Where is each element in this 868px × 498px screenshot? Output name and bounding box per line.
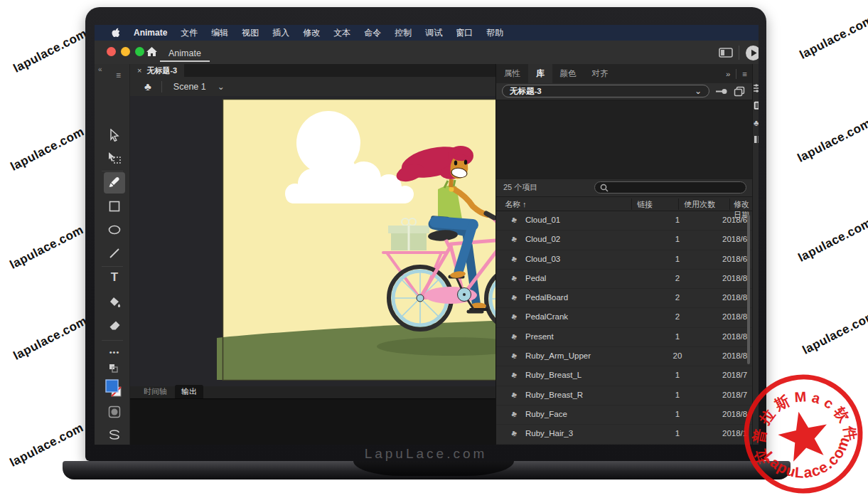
graphic-symbol-icon: ♣	[510, 272, 518, 284]
quick-share-play-button[interactable]	[745, 45, 759, 61]
library-item-row[interactable]: ♣Ruby_Arm_Upper202018/8	[496, 347, 753, 366]
apple-menu-icon[interactable]	[112, 28, 120, 38]
menu-item-5[interactable]: 文本	[333, 27, 350, 39]
library-document-select[interactable]: 无标题-3 ⌄	[502, 85, 709, 97]
panel-menu-icon[interactable]: ≡	[742, 70, 747, 78]
panel-overflow-icon[interactable]: »	[726, 70, 730, 78]
minimize-traffic-light[interactable]	[121, 47, 130, 56]
align-dock-icon[interactable]	[754, 135, 759, 144]
stage-artwork[interactable]	[194, 99, 495, 381]
item-use-count: 1	[667, 429, 688, 438]
menu-item-9[interactable]: 窗口	[456, 27, 473, 39]
document-tab[interactable]: ×无标题-3	[130, 64, 184, 77]
home-icon[interactable]	[146, 46, 158, 57]
zoom-traffic-light[interactable]	[135, 47, 144, 56]
object-drawing-mode-icon[interactable]	[104, 401, 125, 423]
item-use-count: 2	[667, 312, 688, 321]
scene-clover-icon[interactable]: ♣	[144, 80, 151, 92]
menu-item-6[interactable]: 命令	[364, 27, 381, 39]
library-dock-icon[interactable]	[754, 101, 759, 110]
item-use-count: 1	[667, 371, 688, 379]
line-tool[interactable]	[104, 243, 125, 264]
menu-item-10[interactable]: 帮助	[486, 27, 503, 39]
library-item-list: ♣Cloud_0112018/6♣Cloud_0212018/6♣Cloud_0…	[496, 211, 753, 445]
library-item-row[interactable]: ♣Present12018/8	[496, 328, 753, 347]
library-search-field[interactable]	[594, 181, 746, 194]
menu-item-1[interactable]: 编辑	[211, 27, 228, 39]
column-divider[interactable]	[729, 198, 730, 210]
rail-menu-icon[interactable]: ≡	[116, 70, 121, 80]
panel-tab-0[interactable]: 属性	[496, 64, 528, 83]
close-traffic-light[interactable]	[107, 47, 116, 56]
sliders-panel-icon[interactable]	[754, 84, 759, 92]
close-document-icon[interactable]: ×	[137, 66, 141, 75]
library-document-value: 无标题-3	[510, 87, 542, 95]
library-scrollbar-thumb[interactable]	[747, 215, 750, 364]
bottom-tab-1[interactable]: 输出	[175, 385, 203, 398]
macbook-base-notch	[353, 461, 514, 476]
text-tool[interactable]: T	[104, 267, 125, 288]
menu-item-7[interactable]: 控制	[395, 27, 412, 39]
library-item-row[interactable]: ♣Cloud_0212018/6	[496, 231, 753, 250]
fill-color-chip[interactable]	[104, 377, 125, 400]
brush-tool[interactable]	[104, 172, 125, 194]
collapse-panel-icon[interactable]: «	[98, 65, 102, 73]
library-item-row[interactable]: ♣Ruby_Hair_312018/1	[496, 425, 753, 444]
menu-item-2[interactable]: 视图	[242, 27, 259, 39]
dropdown-chevron-icon: ⌄	[695, 85, 702, 97]
panel-tab-1[interactable]: 库	[528, 64, 552, 83]
library-item-row[interactable]: ♣Pedal22018/8	[496, 270, 753, 289]
pin-library-icon[interactable]	[715, 88, 728, 95]
watermark-text: lapulace.com	[11, 314, 90, 363]
stage-pasteboard[interactable]	[130, 96, 495, 386]
symbols-dock-icon[interactable]: ♣	[754, 118, 759, 128]
column-divider[interactable]	[678, 198, 679, 210]
document-title: 无标题-3	[146, 66, 177, 75]
library-column-headers: 名称 ↑ 链接 使用次数 修改日期	[496, 196, 753, 211]
new-library-panel-icon[interactable]	[734, 86, 745, 97]
column-divider[interactable]	[631, 198, 632, 210]
bottom-tab-0[interactable]: 时间轴	[137, 385, 173, 398]
scene-label[interactable]: Scene 1	[173, 82, 206, 92]
subselection-transform-tool[interactable]	[104, 147, 125, 169]
window-tab-bar: Animate	[95, 41, 759, 64]
library-item-row[interactable]: ♣PedalBoard22018/8	[496, 289, 753, 308]
menu-item-4[interactable]: 修改	[303, 27, 320, 39]
item-use-count: 2	[667, 293, 688, 302]
column-use-count[interactable]: 使用次数	[684, 199, 715, 210]
tab-animate-home[interactable]: Animate	[160, 45, 210, 62]
column-name[interactable]: 名称 ↑	[505, 199, 527, 210]
paint-bucket-tool[interactable]	[104, 291, 125, 312]
menu-item-3[interactable]: 插入	[272, 27, 289, 39]
panel-tab-2[interactable]: 颜色	[552, 64, 584, 83]
rectangle-tool[interactable]	[104, 196, 125, 217]
snap-to-objects-icon[interactable]	[104, 425, 125, 445]
watermark-text: lapulace.com	[796, 216, 868, 265]
column-linkage[interactable]: 链接	[637, 199, 653, 210]
menu-item-0[interactable]: 文件	[181, 27, 198, 39]
tools-panel: « ≡ T	[95, 64, 130, 445]
scene-chevron-down-icon[interactable]: ⌄	[218, 82, 225, 92]
more-tools-icon[interactable]: •••	[104, 341, 125, 363]
watermark-text: lapulace.com	[8, 223, 86, 272]
library-item-row[interactable]: ♣Cloud_0312018/6	[496, 250, 753, 270]
menu-item-8[interactable]: 调试	[425, 27, 442, 39]
laptop-brand-text: LapuLace.com	[85, 446, 766, 462]
eraser-tool[interactable]	[104, 314, 125, 336]
oval-tool[interactable]	[104, 219, 125, 240]
selection-tool[interactable]	[104, 124, 125, 146]
library-item-row[interactable]: ♣Ruby_Breast_R12018/7	[496, 386, 753, 406]
library-item-row[interactable]: ♣Cloud_0112018/6	[496, 211, 753, 231]
item-use-count: 1	[667, 216, 688, 224]
watermark-text: lapulace.com	[11, 26, 90, 75]
menu-animate[interactable]: Animate	[134, 28, 167, 38]
panel-tab-bar: 属性库颜色对齐 » ≡	[496, 64, 753, 83]
library-item-row[interactable]: ♣Ruby_Breast_L12018/7	[496, 366, 753, 386]
panel-tab-3[interactable]: 对齐	[584, 64, 616, 83]
tool-separator	[102, 171, 123, 171]
library-item-row[interactable]: ♣PedalCrank22018/8	[496, 308, 753, 327]
graphic-symbol-icon: ♣	[510, 312, 518, 323]
workspace-layout-icon[interactable]	[719, 48, 733, 58]
swap-colors-icon[interactable]	[104, 361, 125, 376]
library-item-row[interactable]: ♣Ruby_Face12018/8	[496, 406, 753, 425]
